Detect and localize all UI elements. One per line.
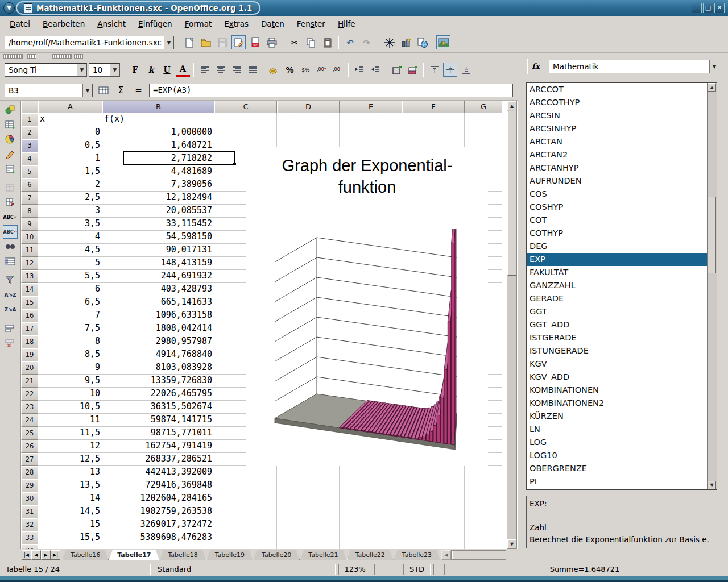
title-bar[interactable]: ▼ Mathematik1-Funktionen.sxc - OpenOffic… [0,0,728,16]
cell[interactable]: 3269017,372472 [102,518,214,531]
tab-scroll-left-icon[interactable]: ◀ [441,550,451,560]
save-button[interactable] [215,35,229,49]
row-header-24[interactable]: 24 [21,414,38,427]
function-category-dropdown-icon[interactable]: ▼ [709,60,719,73]
cell[interactable] [402,505,465,518]
fnlist-scroll-thumb[interactable] [708,197,716,273]
row-header-31[interactable]: 31 [21,505,38,518]
cell[interactable]: 15 [38,518,102,531]
function-button[interactable]: = [131,83,146,97]
function-item-KGV_ADD[interactable]: KGV_ADD [527,371,717,384]
function-item-LN[interactable]: LN [527,423,717,436]
navigator-icon[interactable] [382,35,396,49]
cell[interactable]: 1808,042414 [102,322,214,335]
function-item-EXP[interactable]: EXP [527,253,717,266]
align-right-icon[interactable] [229,63,243,77]
cell[interactable] [214,126,277,139]
row-header-5[interactable]: 5 [21,165,38,178]
cell[interactable] [340,505,402,518]
scroll-down-icon[interactable]: ▼ [507,539,516,548]
new-document-button[interactable] [182,35,196,49]
remove-decimal-icon[interactable]: ,00⁻ [330,63,345,77]
row-header-3[interactable]: 3 [21,139,38,152]
cell[interactable]: 1,000000 [102,126,214,139]
sum-button[interactable]: Σ [114,83,128,97]
row-header-25[interactable]: 25 [21,427,38,440]
row-header-11[interactable]: 11 [21,244,38,257]
fnlist-scroll-down-icon[interactable]: ▼ [708,481,716,489]
tab-tabelle16[interactable]: Tabelle16 [62,550,109,560]
insert-object-icon[interactable] [3,103,18,117]
cell[interactable]: 1096,633158 [102,309,214,322]
cell[interactable] [465,466,502,479]
function-item-ARCSIN[interactable]: ARCSIN [527,109,717,122]
autofilter-icon[interactable] [3,273,18,287]
standard-format-icon[interactable]: $% [299,63,313,77]
cell[interactable] [402,544,465,549]
row-header-17[interactable]: 17 [21,322,38,335]
cell[interactable] [340,126,402,139]
function-item-OBERGRENZE[interactable]: OBERGRENZE [527,462,717,475]
row-header-28[interactable]: 28 [21,466,38,479]
row-header-27[interactable]: 27 [21,453,38,466]
row-header-19[interactable]: 19 [21,348,38,361]
cell[interactable]: 11 [38,414,102,427]
last-sheet-icon[interactable]: ▶| [51,550,60,560]
status-selection-mode[interactable]: STD [403,564,431,575]
cell[interactable]: 3,5 [38,218,102,231]
function-item-KGV[interactable]: KGV [527,357,717,371]
function-item-KOMBINATIONEN2[interactable]: KOMBINATIONEN2 [527,397,717,410]
function-item-GGT[interactable]: GGT [527,305,717,318]
cell[interactable] [340,479,402,492]
cell[interactable] [277,126,340,139]
cell[interactable]: 1,648721 [102,139,214,152]
cell[interactable] [277,466,340,479]
cell[interactable]: 2,5 [38,192,102,205]
cell[interactable] [340,492,402,505]
insert-chart-icon[interactable] [3,132,18,146]
cell[interactable]: 5 [38,257,102,270]
open-button[interactable] [198,35,213,49]
align-middle-icon[interactable] [443,63,457,77]
cell[interactable] [277,531,340,544]
fnlist-scroll-up-icon[interactable]: ▲ [708,83,716,92]
paste-icon[interactable] [320,35,334,49]
drag-grip[interactable] [27,54,36,59]
cell[interactable]: 7,389056 [102,178,214,192]
cell[interactable]: 10,5 [38,401,102,414]
formula-input[interactable]: =EXP(A3) [149,84,513,97]
function-item-GGT_ADD[interactable]: GGT_ADD [527,318,717,331]
cell[interactable]: 8 [38,335,102,348]
cell[interactable]: 22026,465795 [102,388,214,401]
undo-icon[interactable]: ↶ [343,35,357,49]
cell[interactable] [340,544,402,549]
cell[interactable]: 13 [38,466,102,479]
function-item-ISTUNGERADE[interactable]: ISTUNGERADE [527,344,717,357]
redo-icon[interactable]: ↷ [359,35,374,49]
function-item-ARCCOTHYP[interactable]: ARCCOTHYP [527,96,717,109]
export-pdf-button[interactable]: PDF [248,35,262,49]
column-header-D[interactable]: D [277,101,340,113]
gallery-icon[interactable] [436,35,450,49]
cell[interactable]: 90,017131 [102,244,214,257]
cell[interactable] [214,531,277,544]
row-header-4[interactable]: 4 [21,152,38,165]
align-justify-icon[interactable] [245,63,259,77]
find-icon[interactable] [3,240,18,253]
status-page-style[interactable]: Standard [154,564,336,575]
column-header-C[interactable]: C [214,101,277,113]
row-header-14[interactable]: 14 [21,283,38,296]
cell[interactable] [277,113,340,126]
cell[interactable]: 12,5 [38,453,102,466]
menu-hilfe[interactable]: Hilfe [332,17,362,31]
autoformat-icon[interactable] [3,196,18,209]
row-header-10[interactable]: 10 [21,231,38,244]
cell[interactable]: 14 [38,492,102,505]
cut-icon[interactable]: ✂ [287,35,301,49]
row-header-30[interactable]: 30 [21,492,38,505]
cell[interactable] [277,544,340,549]
font-name-dropdown-icon[interactable]: ▼ [77,64,86,76]
increase-indent-icon[interactable] [368,63,382,77]
cell[interactable] [277,518,340,531]
cell[interactable]: 2 [38,178,102,192]
